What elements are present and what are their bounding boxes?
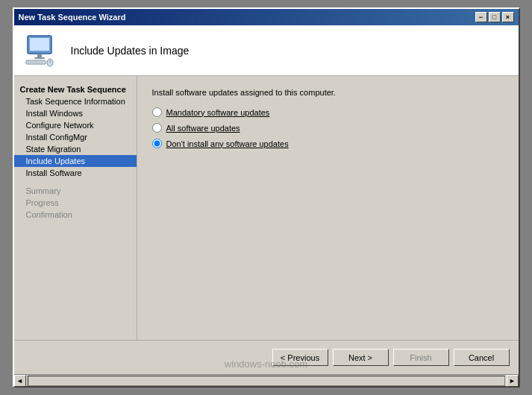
sidebar-item-progress: Progress xyxy=(14,197,137,209)
svg-rect-5 xyxy=(28,62,29,63)
sidebar-item-install-software[interactable]: Install Software xyxy=(14,167,137,179)
sidebar-group-header: Create New Task Sequence xyxy=(14,83,137,95)
sidebar: Create New Task Sequence Task Sequence I… xyxy=(14,76,137,340)
svg-rect-6 xyxy=(30,62,31,63)
scroll-left-button[interactable]: ◄ xyxy=(14,375,26,387)
svg-rect-1 xyxy=(30,38,49,51)
svg-rect-2 xyxy=(37,54,42,57)
scrollbar-track[interactable] xyxy=(28,376,505,386)
svg-rect-9 xyxy=(37,62,38,63)
sidebar-item-configure-network[interactable]: Configure Network xyxy=(14,119,137,131)
footer: < Previous Next > Finish Cancel xyxy=(14,340,519,374)
svg-rect-10 xyxy=(39,62,40,63)
header-title: Include Updates in Image xyxy=(71,45,190,57)
sidebar-item-install-configmgr[interactable]: Install ConfigMgr xyxy=(14,131,137,143)
radio-all-label: All software updates xyxy=(166,124,240,133)
header-section: Include Updates in Image xyxy=(14,25,519,76)
scroll-right-button[interactable]: ► xyxy=(507,375,519,387)
svg-rect-7 xyxy=(32,62,34,63)
title-bar: New Task Sequence Wizard − □ × xyxy=(14,9,519,25)
sidebar-item-summary: Summary xyxy=(14,185,137,197)
radio-option-none[interactable]: Don't install any software updates xyxy=(152,139,504,148)
radio-none-label: Don't install any software updates xyxy=(166,139,289,148)
next-button[interactable]: Next > xyxy=(333,349,389,366)
sidebar-item-include-updates[interactable]: Include Updates xyxy=(14,155,137,167)
sidebar-item-state-migration[interactable]: State Migration xyxy=(14,143,137,155)
cancel-button[interactable]: Cancel xyxy=(454,349,510,366)
window-title: New Task Sequence Wizard xyxy=(19,13,126,22)
radio-none[interactable] xyxy=(152,139,162,148)
wizard-window: New Task Sequence Wizard − □ × xyxy=(13,7,520,388)
radio-option-all[interactable]: All software updates xyxy=(152,123,504,133)
svg-rect-8 xyxy=(34,62,36,63)
main-content: Install software updates assigned to thi… xyxy=(137,76,519,340)
previous-button[interactable]: < Previous xyxy=(272,349,328,366)
sidebar-item-task-sequence-info[interactable]: Task Sequence Information xyxy=(14,95,137,107)
title-bar-buttons: − □ × xyxy=(475,12,514,22)
svg-rect-11 xyxy=(41,62,43,63)
close-button[interactable]: × xyxy=(502,12,514,22)
radio-all[interactable] xyxy=(152,123,162,133)
sidebar-item-install-windows[interactable]: Install Windows xyxy=(14,107,137,119)
finish-button[interactable]: Finish xyxy=(393,349,449,366)
sidebar-item-confirmation: Confirmation xyxy=(14,209,137,221)
radio-group: Mandatory software updates All software … xyxy=(152,107,504,148)
maximize-button[interactable]: □ xyxy=(489,12,501,22)
computer-icon xyxy=(25,33,60,69)
svg-rect-3 xyxy=(34,57,45,59)
minimize-button[interactable]: − xyxy=(475,12,487,22)
header-icon xyxy=(25,33,60,69)
content-area: Create New Task Sequence Task Sequence I… xyxy=(14,76,519,340)
scrollbar-area: ◄ ► xyxy=(14,374,519,386)
radio-mandatory-label: Mandatory software updates xyxy=(166,108,270,117)
radio-mandatory[interactable] xyxy=(152,107,162,117)
main-description: Install software updates assigned to thi… xyxy=(152,88,504,97)
radio-option-mandatory[interactable]: Mandatory software updates xyxy=(152,107,504,117)
